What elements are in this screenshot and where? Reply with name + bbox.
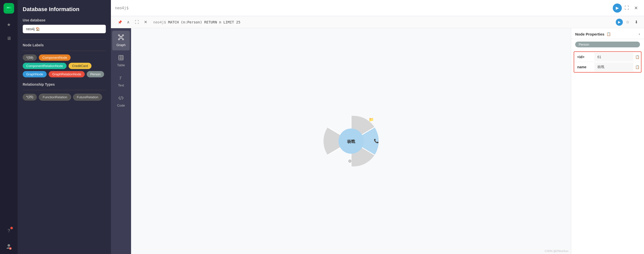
query-run-button[interactable]: ▶	[613, 4, 622, 13]
node-properties-header: Node Properties 📋 ›	[571, 28, 644, 39]
query-bar: neo4j$ ▶ ⛶ ✕	[111, 0, 644, 16]
svg-point-11	[122, 39, 124, 40]
query-close-button[interactable]: ✕	[632, 4, 640, 12]
svg-point-2	[7, 7, 8, 8]
svg-line-15	[122, 38, 123, 39]
node-label-tag-graphnode[interactable]: GraphNode	[23, 71, 47, 77]
divider-2	[23, 51, 106, 51]
svg-line-13	[122, 36, 123, 37]
main-content: neo4j$ ▶ ⛶ ✕ 📌 ∧ ⛶ ✕ neo4j$ MATCH (n:Per…	[111, 0, 644, 254]
node-labels-tags: *(59) ComponentNode ComponentRelationNod…	[23, 54, 106, 77]
database-selector-wrapper: neo4j 🏠 system	[23, 25, 106, 33]
database-select[interactable]: neo4j 🏠 system	[23, 25, 106, 33]
tab-code-label: Code	[117, 104, 125, 107]
use-database-label: Use database	[23, 18, 106, 22]
prop-key-id: <id>	[574, 53, 594, 61]
app-logo	[4, 3, 14, 14]
tab-table-label: Table	[117, 63, 125, 67]
query-expand-button[interactable]: ⛶	[623, 4, 631, 12]
rel-tag-functionrelation[interactable]: FunctionRelation	[39, 94, 71, 101]
result-header: 📌 ∧ ⛶ ✕ neo4j$ MATCH (n:Person) RETURN n…	[111, 16, 644, 28]
view-tabs: Graph Table	[111, 28, 131, 254]
graph-tab-icon	[118, 34, 124, 42]
prop-value-id: 61	[594, 53, 633, 61]
svg-point-3	[9, 7, 9, 8]
sidebar-title: Database Information	[23, 6, 106, 13]
node-properties-title: Node Properties 📋	[575, 32, 611, 36]
tab-graph[interactable]: Graph	[112, 31, 130, 50]
node-label-tag-creditcard[interactable]: CreditCard	[69, 63, 91, 69]
expand-panel-button[interactable]: ›	[639, 32, 640, 36]
sidebar: Database Information Use database neo4j …	[18, 0, 111, 254]
user-error-nav-icon[interactable]: ✕	[4, 242, 13, 251]
notification-badge	[10, 227, 13, 229]
content-area: Graph Table	[111, 28, 644, 254]
collapse-button[interactable]: ∧	[125, 18, 132, 26]
svg-text:杨戬: 杨戬	[347, 139, 355, 144]
divider-1	[23, 39, 106, 40]
text-tab-icon: T	[118, 75, 124, 82]
svg-text:⚙: ⚙	[348, 159, 352, 163]
screen-nav-icon[interactable]: 🖥	[4, 34, 13, 43]
tab-graph-label: Graph	[116, 43, 126, 47]
graph-visualization: 杨戬 📁 📞 ⚙	[313, 103, 389, 179]
svg-text:T: T	[119, 76, 122, 80]
svg-point-7	[120, 36, 122, 38]
node-properties-table: <id> 61 📋 name 杨戬 📋	[574, 51, 641, 73]
relationship-types-tags: *(25) FunctionRelation FutureRelation	[23, 94, 106, 101]
watermark: CSDN @ZNineSun	[545, 249, 568, 252]
prop-key-name: name	[574, 63, 594, 71]
svg-line-22	[120, 96, 121, 100]
divider-3	[23, 90, 106, 90]
code-tab-icon	[118, 95, 124, 102]
node-label-tag-componentnode[interactable]: ComponentNode	[39, 54, 71, 61]
star-button[interactable]: ☆	[624, 18, 631, 26]
svg-point-4	[8, 244, 10, 247]
question-nav-icon[interactable]: ?	[4, 226, 13, 235]
prop-row-name: name 杨戬 📋	[574, 62, 641, 72]
rel-tag-futurerelation[interactable]: FutureRelation	[73, 94, 102, 101]
prop-value-name: 杨戬	[594, 63, 633, 71]
cypher-display: neo4j$ MATCH (n:Person) RETURN n LIMIT 2…	[153, 20, 240, 24]
query-input[interactable]	[131, 6, 611, 10]
svg-text:✕: ✕	[10, 248, 11, 250]
result-panel: 📌 ∧ ⛶ ✕ neo4j$ MATCH (n:Person) RETURN n…	[111, 16, 644, 254]
copy-title-icon[interactable]: 📋	[606, 32, 611, 36]
node-properties-title-text: Node Properties	[575, 32, 604, 36]
svg-point-10	[118, 39, 120, 40]
graph-svg-container: 杨戬 📁 📞 ⚙	[131, 28, 571, 254]
svg-text:📁: 📁	[369, 117, 374, 122]
graph-area: 杨戬 📁 📞 ⚙ CSDN @ZNineSun	[131, 28, 571, 254]
prop-row-id: <id> 61 📋	[574, 52, 641, 62]
svg-point-8	[118, 35, 120, 36]
svg-line-12	[119, 36, 120, 37]
copy-id-button[interactable]: 📋	[633, 53, 641, 61]
pin-button[interactable]: 📌	[116, 18, 124, 26]
cypher-prompt: neo4j$	[153, 20, 166, 24]
copy-name-button[interactable]: 📋	[633, 63, 641, 71]
relationship-types-title: Relationship Types	[23, 82, 106, 86]
node-label-tag-person[interactable]: Person	[87, 71, 104, 77]
svg-point-9	[122, 35, 124, 36]
node-label-badge: Person	[575, 42, 640, 47]
result-close-button[interactable]: ✕	[142, 18, 149, 26]
icon-bar: ★ 🖥 ? ✕	[0, 0, 18, 254]
tab-table[interactable]: Table	[112, 51, 130, 71]
tab-text[interactable]: T Text	[112, 72, 130, 91]
tab-code[interactable]: Code	[112, 92, 130, 111]
rel-tag-all[interactable]: *(25)	[23, 94, 37, 101]
query-prompt-label: neo4j$	[115, 6, 129, 10]
table-tab-icon	[118, 55, 124, 62]
svg-line-14	[119, 38, 120, 39]
download-button[interactable]: ⬇	[632, 18, 640, 26]
svg-rect-16	[119, 55, 123, 60]
result-expand-button[interactable]: ⛶	[133, 18, 141, 26]
node-labels-title: Node Labels	[23, 43, 106, 47]
node-label-tag-componentrelationnode[interactable]: ComponentRelationNode	[23, 63, 67, 69]
svg-text:📞: 📞	[374, 139, 379, 143]
node-label-tag-graphrelationnode[interactable]: GraphRelationNode	[49, 71, 85, 77]
result-run-button[interactable]: ▶	[616, 19, 623, 26]
tab-text-label: Text	[118, 83, 124, 87]
node-label-tag-all[interactable]: *(59)	[23, 54, 37, 61]
star-nav-icon[interactable]: ★	[4, 20, 13, 29]
